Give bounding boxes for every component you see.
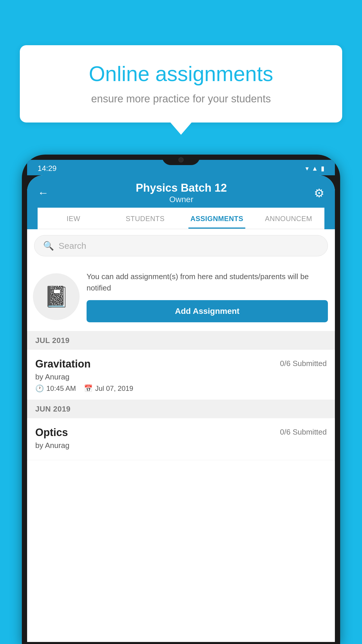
assignment-by-optics: by Anurag [35,441,327,450]
assignment-name-optics: Optics [35,426,68,439]
promo-description: You can add assignment(s) from here and … [87,271,328,294]
promo-content: You can add assignment(s) from here and … [87,271,328,322]
app-header: ← Physics Batch 12 Owner ⚙ IEW STUDENTS [27,175,335,229]
month-separator-jul: JUL 2019 [27,331,335,350]
search-container: 🔍 Search [27,229,335,262]
wifi-icon: ▾ [305,165,309,172]
add-assignment-button[interactable]: Add Assignment [87,300,328,322]
header-row: ← Physics Batch 12 Owner ⚙ [38,182,324,208]
phone-mockup: 14:29 ▾ ▲ ▮ ← Physics Batch 12 Owner ⚙ [22,155,340,644]
month-separator-jun: JUN 2019 [27,400,335,418]
settings-icon[interactable]: ⚙ [314,186,324,200]
assignment-row: Gravitation 0/6 Submitted [35,358,327,370]
tab-overview[interactable]: IEW [38,208,109,229]
clock-icon: 🕐 [35,384,44,393]
batch-title: Physics Batch 12 [49,182,314,194]
promo-section: 📓 You can add assignment(s) from here an… [27,262,335,331]
header-title-group: Physics Batch 12 Owner [49,182,314,204]
assignment-time: 🕐 10:45 AM [35,384,76,393]
app-screen: ← Physics Batch 12 Owner ⚙ IEW STUDENTS [27,175,335,642]
search-bar[interactable]: 🔍 Search [34,235,328,256]
phone-outer: 14:29 ▾ ▲ ▮ ← Physics Batch 12 Owner ⚙ [22,155,340,644]
tab-assignments[interactable]: ASSIGNMENTS [181,208,253,229]
assignment-submitted: 0/6 Submitted [280,359,327,368]
calendar-icon: 📅 [84,384,93,393]
signal-icon: ▲ [312,165,318,172]
back-button[interactable]: ← [38,187,49,199]
notebook-icon: 📓 [44,285,69,309]
battery-icon: ▮ [321,165,324,172]
phone-notch [162,155,200,165]
assignment-icon-circle: 📓 [33,273,80,320]
assignment-name: Gravitation [35,358,91,370]
date-value: Jul 07, 2019 [95,384,133,393]
camera-dot [178,157,184,162]
speech-bubble: Online assignments ensure more practice … [20,45,342,123]
bubble-title: Online assignments [37,61,325,86]
assignment-item-gravitation[interactable]: Gravitation 0/6 Submitted by Anurag 🕐 10… [27,350,335,400]
owner-label: Owner [49,195,314,204]
search-icon: 🔍 [43,241,54,251]
time-value: 10:45 AM [46,384,76,393]
assignment-row-optics: Optics 0/6 Submitted [35,426,327,439]
search-placeholder: Search [59,241,86,251]
tab-announcements[interactable]: ANNOUNCEM [253,208,324,229]
assignment-item-optics[interactable]: Optics 0/6 Submitted by Anurag [27,418,335,460]
status-icons: ▾ ▲ ▮ [305,165,324,172]
assignment-submitted-optics: 0/6 Submitted [280,428,327,437]
tabs-bar: IEW STUDENTS ASSIGNMENTS ANNOUNCEM [38,208,324,229]
tab-students[interactable]: STUDENTS [109,208,181,229]
bubble-subtitle: ensure more practice for your students [37,92,325,106]
assignment-by: by Anurag [35,372,327,382]
assignment-date: 📅 Jul 07, 2019 [84,384,133,393]
speech-bubble-container: Online assignments ensure more practice … [20,45,342,123]
assignment-meta: 🕐 10:45 AM 📅 Jul 07, 2019 [35,384,327,393]
status-time: 14:29 [38,164,57,173]
